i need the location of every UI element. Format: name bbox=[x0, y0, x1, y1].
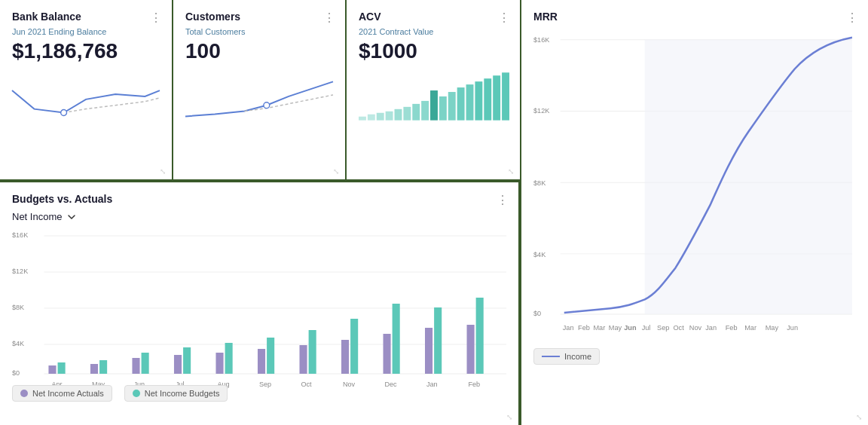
svg-rect-51 bbox=[350, 319, 358, 374]
mrr-x-jan2: Jan bbox=[705, 325, 717, 332]
svg-rect-11 bbox=[439, 96, 447, 121]
acv-card: ACV ⋮ 2021 Contract Value $1000 bbox=[347, 0, 520, 179]
svg-rect-39 bbox=[99, 360, 107, 374]
budgets-menu[interactable]: ⋮ bbox=[497, 193, 509, 207]
svg-text:$16K: $16K bbox=[12, 231, 28, 239]
mrr-x-oct: Oct bbox=[673, 325, 684, 332]
customers-value: 100 bbox=[185, 39, 333, 63]
svg-rect-13 bbox=[457, 87, 465, 121]
mrr-x-may1: May bbox=[609, 325, 622, 332]
mrr-x-sep: Sep bbox=[657, 325, 669, 332]
customers-title: Customers bbox=[185, 11, 333, 23]
svg-rect-56 bbox=[467, 325, 475, 374]
mrr-x-may2: May bbox=[766, 325, 779, 332]
budgets-chart: $16K $12K $8K $4K $0 bbox=[12, 228, 506, 379]
acv-value: $1000 bbox=[359, 39, 508, 63]
svg-rect-5 bbox=[386, 112, 393, 121]
svg-rect-16 bbox=[484, 78, 491, 120]
legend-actuals-label: Net Income Actuals bbox=[32, 389, 104, 398]
mrr-legend-income-label: Income bbox=[564, 352, 591, 361]
svg-text:Oct: Oct bbox=[301, 381, 313, 388]
legend-budgets: Net Income Budgets bbox=[124, 385, 228, 402]
svg-point-0 bbox=[61, 110, 67, 116]
svg-rect-17 bbox=[493, 75, 500, 120]
customers-chart bbox=[185, 68, 333, 121]
svg-rect-49 bbox=[309, 330, 316, 374]
mrr-x-jun2: Jun bbox=[787, 325, 798, 332]
bank-balance-card: Bank Balance ⋮ Jun 2021 Ending Balance $… bbox=[0, 0, 173, 179]
mrr-x-jun-highlight: Jun bbox=[624, 325, 636, 332]
budgets-card: Budgets vs. Actuals ⋮ Net Income $16K $1… bbox=[0, 181, 520, 425]
svg-rect-48 bbox=[299, 345, 307, 374]
svg-rect-41 bbox=[142, 353, 149, 374]
svg-rect-38 bbox=[90, 364, 98, 374]
mrr-x-nov: Nov bbox=[689, 325, 702, 332]
svg-rect-40 bbox=[132, 358, 139, 374]
mrr-title: MRR bbox=[533, 11, 856, 23]
budgets-resize: ⤡ bbox=[506, 413, 515, 422]
top-metric-cards: Bank Balance ⋮ Jun 2021 Ending Balance $… bbox=[0, 0, 520, 181]
mrr-y-8k: $8K bbox=[533, 179, 546, 187]
svg-text:$4K: $4K bbox=[12, 340, 24, 347]
svg-rect-9 bbox=[421, 101, 429, 121]
svg-rect-57 bbox=[476, 298, 484, 374]
legend-actuals: Net Income Actuals bbox=[12, 385, 112, 402]
svg-rect-46 bbox=[258, 349, 265, 374]
legend-budgets-label: Net Income Budgets bbox=[145, 389, 220, 398]
mrr-chart: $16K $12K $8K $4K $0 Jan Feb Mar May Jun… bbox=[533, 29, 856, 345]
svg-rect-45 bbox=[225, 343, 233, 374]
mrr-x-mar1: Mar bbox=[593, 325, 605, 332]
bank-balance-value: $1,186,768 bbox=[12, 39, 160, 63]
acv-menu[interactable]: ⋮ bbox=[498, 11, 511, 25]
svg-rect-10 bbox=[430, 90, 438, 121]
svg-rect-47 bbox=[267, 338, 274, 374]
svg-rect-12 bbox=[448, 92, 456, 121]
acv-resize: ⤡ bbox=[508, 167, 517, 176]
bank-balance-title: Bank Balance bbox=[12, 11, 160, 23]
net-income-selector-label: Net Income bbox=[12, 211, 62, 222]
bank-balance-menu[interactable]: ⋮ bbox=[150, 11, 163, 25]
mrr-menu[interactable]: ⋮ bbox=[846, 11, 859, 25]
svg-text:$8K: $8K bbox=[12, 304, 24, 311]
chevron-down-icon bbox=[66, 212, 77, 222]
mrr-legend-income: Income bbox=[533, 348, 600, 365]
svg-rect-37 bbox=[58, 362, 66, 374]
svg-point-1 bbox=[264, 102, 270, 109]
customers-subtitle: Total Customers bbox=[185, 27, 333, 36]
bank-balance-chart bbox=[12, 68, 160, 121]
customers-resize: ⤡ bbox=[333, 167, 342, 176]
mrr-x-mar2: Mar bbox=[744, 325, 756, 332]
svg-rect-6 bbox=[395, 109, 402, 121]
svg-rect-18 bbox=[502, 72, 509, 120]
svg-rect-43 bbox=[183, 347, 191, 374]
mrr-y-16k: $16K bbox=[533, 36, 549, 44]
acv-title: ACV bbox=[359, 11, 508, 23]
budgets-title: Budgets vs. Actuals bbox=[12, 193, 506, 205]
svg-text:Jan: Jan bbox=[426, 381, 438, 388]
mrr-card: MRR ⋮ $16K $12K $8K $4K $0 Jan Feb Mar M… bbox=[520, 0, 868, 425]
svg-rect-42 bbox=[174, 355, 182, 374]
actuals-dot bbox=[20, 390, 28, 397]
svg-rect-54 bbox=[425, 328, 432, 374]
svg-rect-50 bbox=[341, 340, 349, 374]
mrr-x-feb2: Feb bbox=[726, 325, 738, 332]
svg-rect-44 bbox=[215, 353, 223, 374]
mrr-y-4k: $4K bbox=[533, 251, 546, 258]
net-income-selector[interactable]: Net Income bbox=[12, 211, 506, 222]
acv-subtitle: 2021 Contract Value bbox=[359, 27, 508, 36]
mrr-x-jan1: Jan bbox=[563, 325, 574, 332]
mrr-x-jul: Jul bbox=[642, 325, 651, 332]
svg-rect-53 bbox=[393, 304, 400, 374]
svg-rect-15 bbox=[475, 81, 482, 120]
svg-text:Sep: Sep bbox=[259, 381, 271, 388]
mrr-legend-area: Income bbox=[533, 348, 856, 365]
svg-rect-24 bbox=[645, 40, 852, 314]
svg-rect-36 bbox=[48, 365, 56, 374]
svg-text:Nov: Nov bbox=[343, 381, 356, 388]
budgets-dot bbox=[133, 390, 140, 397]
customers-menu[interactable]: ⋮ bbox=[323, 11, 336, 25]
svg-text:$12K: $12K bbox=[12, 268, 28, 275]
svg-text:Dec: Dec bbox=[385, 381, 398, 388]
svg-text:Feb: Feb bbox=[469, 381, 481, 388]
svg-rect-8 bbox=[412, 104, 420, 121]
